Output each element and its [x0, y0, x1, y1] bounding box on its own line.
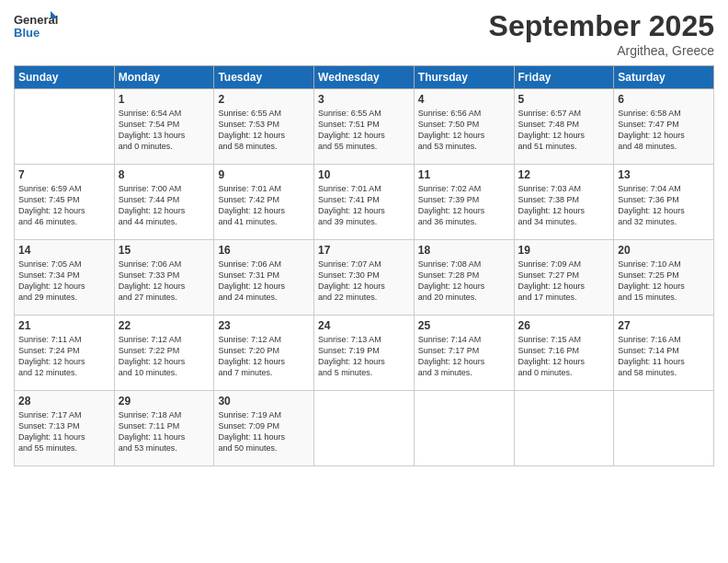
day-number: 23 [218, 319, 310, 332]
day-number: 24 [318, 319, 410, 332]
day-info: Sunrise: 7:12 AMSunset: 7:20 PMDaylight:… [218, 334, 310, 379]
day-info: Sunrise: 7:08 AMSunset: 7:28 PMDaylight:… [418, 259, 510, 304]
day-cell: 19Sunrise: 7:09 AMSunset: 7:27 PMDayligh… [514, 240, 614, 316]
day-cell: 30Sunrise: 7:19 AMSunset: 7:09 PMDayligh… [214, 391, 314, 466]
day-cell: 14Sunrise: 7:05 AMSunset: 7:34 PMDayligh… [15, 240, 115, 316]
week-row-1: 1Sunrise: 6:54 AMSunset: 7:54 PMDaylight… [15, 89, 714, 165]
day-info: Sunrise: 7:17 AMSunset: 7:13 PMDaylight:… [18, 409, 110, 454]
day-info: Sunrise: 7:01 AMSunset: 7:42 PMDaylight:… [218, 183, 310, 228]
day-info: Sunrise: 7:10 AMSunset: 7:25 PMDaylight:… [618, 259, 710, 304]
col-header-tuesday: Tuesday [214, 66, 314, 89]
day-number: 8 [119, 168, 210, 181]
day-cell: 29Sunrise: 7:18 AMSunset: 7:11 PMDayligh… [114, 391, 214, 466]
day-cell: 23Sunrise: 7:12 AMSunset: 7:20 PMDayligh… [214, 316, 314, 391]
day-number: 2 [218, 93, 310, 106]
day-cell: 13Sunrise: 7:04 AMSunset: 7:36 PMDayligh… [614, 165, 714, 240]
day-info: Sunrise: 6:58 AMSunset: 7:47 PMDaylight:… [618, 108, 710, 153]
day-info: Sunrise: 7:04 AMSunset: 7:36 PMDaylight:… [618, 183, 710, 228]
svg-text:Blue: Blue [14, 26, 40, 40]
day-number: 4 [418, 93, 510, 106]
day-cell: 9Sunrise: 7:01 AMSunset: 7:42 PMDaylight… [214, 165, 314, 240]
day-number: 22 [119, 319, 210, 332]
day-number: 3 [318, 93, 410, 106]
day-info: Sunrise: 6:56 AMSunset: 7:50 PMDaylight:… [418, 108, 510, 153]
day-cell: 24Sunrise: 7:13 AMSunset: 7:19 PMDayligh… [314, 316, 415, 391]
day-cell [514, 391, 614, 466]
day-number: 1 [119, 93, 210, 106]
day-info: Sunrise: 7:00 AMSunset: 7:44 PMDaylight:… [119, 183, 210, 228]
day-cell: 22Sunrise: 7:12 AMSunset: 7:22 PMDayligh… [114, 316, 214, 391]
day-cell: 27Sunrise: 7:16 AMSunset: 7:14 PMDayligh… [614, 316, 714, 391]
day-cell: 8Sunrise: 7:00 AMSunset: 7:44 PMDaylight… [114, 165, 214, 240]
day-cell: 5Sunrise: 6:57 AMSunset: 7:48 PMDaylight… [514, 89, 614, 165]
day-info: Sunrise: 7:18 AMSunset: 7:11 PMDaylight:… [119, 409, 210, 454]
day-info: Sunrise: 6:55 AMSunset: 7:53 PMDaylight:… [218, 108, 310, 153]
day-number: 19 [518, 244, 610, 257]
day-cell: 28Sunrise: 7:17 AMSunset: 7:13 PMDayligh… [15, 391, 115, 466]
day-info: Sunrise: 7:05 AMSunset: 7:34 PMDaylight:… [18, 259, 110, 304]
day-info: Sunrise: 7:06 AMSunset: 7:31 PMDaylight:… [218, 259, 310, 304]
day-number: 7 [18, 168, 110, 181]
day-number: 20 [618, 244, 710, 257]
day-info: Sunrise: 7:07 AMSunset: 7:30 PMDaylight:… [318, 259, 410, 304]
col-header-wednesday: Wednesday [314, 66, 415, 89]
calendar-header-row: SundayMondayTuesdayWednesdayThursdayFrid… [15, 66, 714, 89]
day-info: Sunrise: 7:09 AMSunset: 7:27 PMDaylight:… [518, 259, 610, 304]
month-title: September 2025 [489, 9, 714, 43]
day-cell: 17Sunrise: 7:07 AMSunset: 7:30 PMDayligh… [314, 240, 415, 316]
col-header-monday: Monday [114, 66, 214, 89]
week-row-3: 14Sunrise: 7:05 AMSunset: 7:34 PMDayligh… [15, 240, 714, 316]
day-info: Sunrise: 6:55 AMSunset: 7:51 PMDaylight:… [318, 108, 410, 153]
day-info: Sunrise: 7:02 AMSunset: 7:39 PMDaylight:… [418, 183, 510, 228]
day-number: 18 [418, 244, 510, 257]
day-number: 12 [518, 168, 610, 181]
location-subtitle: Argithea, Greece [489, 43, 714, 58]
day-cell [15, 89, 115, 165]
day-cell: 21Sunrise: 7:11 AMSunset: 7:24 PMDayligh… [15, 316, 115, 391]
title-block: September 2025 Argithea, Greece [489, 9, 714, 58]
day-number: 28 [18, 395, 110, 408]
day-cell: 11Sunrise: 7:02 AMSunset: 7:39 PMDayligh… [414, 165, 514, 240]
day-number: 14 [18, 244, 110, 257]
day-cell: 18Sunrise: 7:08 AMSunset: 7:28 PMDayligh… [414, 240, 514, 316]
day-number: 29 [119, 395, 210, 408]
day-info: Sunrise: 7:03 AMSunset: 7:38 PMDaylight:… [518, 183, 610, 228]
col-header-saturday: Saturday [614, 66, 714, 89]
calendar-table: SundayMondayTuesdayWednesdayThursdayFrid… [14, 65, 714, 466]
day-number: 9 [218, 168, 310, 181]
day-cell [614, 391, 714, 466]
day-number: 11 [418, 168, 510, 181]
day-number: 21 [18, 319, 110, 332]
day-info: Sunrise: 6:54 AMSunset: 7:54 PMDaylight:… [119, 108, 210, 153]
day-info: Sunrise: 7:01 AMSunset: 7:41 PMDaylight:… [318, 183, 410, 228]
day-cell: 1Sunrise: 6:54 AMSunset: 7:54 PMDaylight… [114, 89, 214, 165]
day-cell: 2Sunrise: 6:55 AMSunset: 7:53 PMDaylight… [214, 89, 314, 165]
day-info: Sunrise: 7:06 AMSunset: 7:33 PMDaylight:… [119, 259, 210, 304]
day-info: Sunrise: 6:59 AMSunset: 7:45 PMDaylight:… [18, 183, 110, 228]
day-cell: 15Sunrise: 7:06 AMSunset: 7:33 PMDayligh… [114, 240, 214, 316]
day-info: Sunrise: 7:13 AMSunset: 7:19 PMDaylight:… [318, 334, 410, 379]
page-header: General Blue September 2025 Argithea, Gr… [14, 9, 714, 58]
day-number: 26 [518, 319, 610, 332]
day-number: 30 [218, 395, 310, 408]
day-info: Sunrise: 7:19 AMSunset: 7:09 PMDaylight:… [218, 409, 310, 454]
week-row-5: 28Sunrise: 7:17 AMSunset: 7:13 PMDayligh… [15, 391, 714, 466]
day-info: Sunrise: 7:14 AMSunset: 7:17 PMDaylight:… [418, 334, 510, 379]
day-cell: 12Sunrise: 7:03 AMSunset: 7:38 PMDayligh… [514, 165, 614, 240]
col-header-thursday: Thursday [414, 66, 514, 89]
day-number: 16 [218, 244, 310, 257]
day-number: 15 [119, 244, 210, 257]
day-cell: 26Sunrise: 7:15 AMSunset: 7:16 PMDayligh… [514, 316, 614, 391]
day-info: Sunrise: 7:12 AMSunset: 7:22 PMDaylight:… [119, 334, 210, 379]
day-info: Sunrise: 7:11 AMSunset: 7:24 PMDaylight:… [18, 334, 110, 379]
day-cell: 6Sunrise: 6:58 AMSunset: 7:47 PMDaylight… [614, 89, 714, 165]
col-header-friday: Friday [514, 66, 614, 89]
day-cell: 20Sunrise: 7:10 AMSunset: 7:25 PMDayligh… [614, 240, 714, 316]
day-number: 27 [618, 319, 710, 332]
day-number: 17 [318, 244, 410, 257]
logo: General Blue [14, 9, 60, 44]
day-number: 6 [618, 93, 710, 106]
logo-svg: General Blue [14, 9, 60, 44]
day-cell: 4Sunrise: 6:56 AMSunset: 7:50 PMDaylight… [414, 89, 514, 165]
col-header-sunday: Sunday [15, 66, 115, 89]
